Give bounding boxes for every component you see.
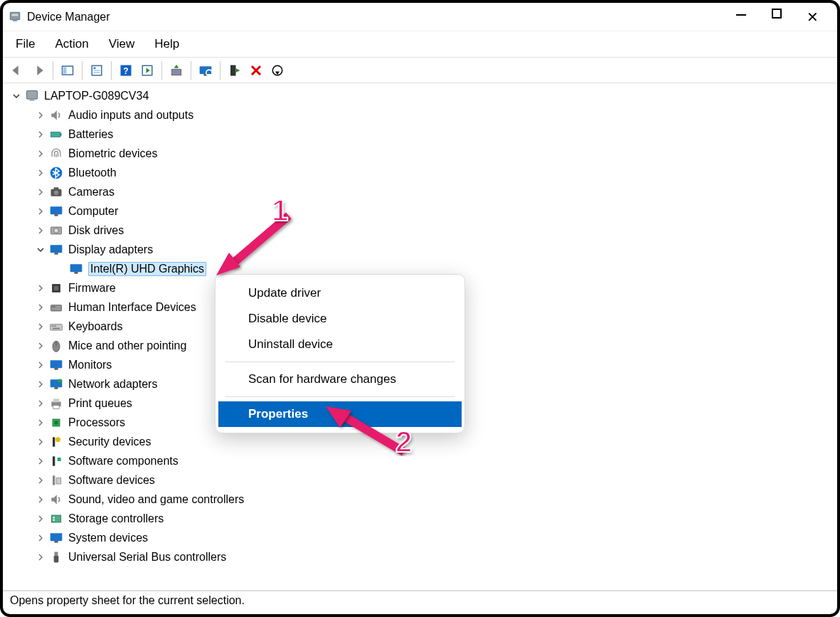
back-button[interactable] (7, 61, 27, 80)
scan-hardware-button[interactable] (196, 61, 216, 80)
svg-rect-33 (75, 272, 78, 274)
svg-rect-30 (50, 245, 63, 253)
svg-rect-16 (230, 65, 236, 75)
chevron-right-icon[interactable] (34, 186, 47, 199)
tree-item-audio[interactable]: Audio inputs and outputs (3, 105, 837, 125)
chevron-right-icon[interactable] (34, 378, 47, 391)
forward-button[interactable] (28, 61, 48, 80)
tree-item-swcomp[interactable]: Software components (3, 451, 837, 470)
update-driver-button[interactable] (166, 61, 186, 80)
minimize-button[interactable] (733, 9, 749, 26)
help-button[interactable]: ? (116, 61, 136, 80)
maximize-button[interactable] (769, 9, 785, 26)
svg-point-24 (54, 190, 59, 195)
disable-device-button[interactable] (267, 61, 287, 80)
svg-rect-43 (53, 327, 60, 329)
chevron-right-icon[interactable] (34, 109, 47, 122)
tree-item-cameras[interactable]: Cameras (3, 182, 837, 201)
tree-item-biometric[interactable]: Biometric devices (3, 144, 837, 163)
tree-item-sound[interactable]: Sound, video and game controllers (3, 490, 837, 509)
close-button[interactable]: ✕ (804, 9, 820, 26)
chevron-right-icon[interactable] (34, 167, 47, 179)
ctx-disable-device[interactable]: Disable device (220, 306, 460, 332)
chevron-right-icon[interactable] (34, 512, 47, 525)
chevron-right-icon[interactable] (34, 339, 47, 352)
tree-item-bluetooth[interactable]: Bluetooth (3, 163, 837, 182)
svg-rect-60 (56, 478, 61, 483)
ctx-properties[interactable]: Properties (218, 401, 462, 427)
svg-rect-37 (52, 306, 53, 307)
status-bar: Opens property sheet for the current sel… (3, 591, 837, 612)
svg-rect-52 (53, 399, 59, 402)
tree-item-storage[interactable]: Storage controllers (3, 509, 837, 528)
chevron-right-icon[interactable] (34, 301, 47, 314)
svg-rect-31 (55, 253, 58, 255)
chevron-right-icon[interactable] (34, 455, 47, 468)
camera-icon (48, 184, 64, 200)
chevron-right-icon[interactable] (34, 474, 47, 487)
tree-item-system[interactable]: System devices (3, 528, 837, 547)
ctx-scan-hardware[interactable]: Scan for hardware changes (220, 366, 460, 392)
svg-point-62 (53, 517, 55, 519)
system-device-icon (48, 530, 64, 546)
show-hide-tree-button[interactable] (58, 61, 78, 80)
tree-root-computer[interactable]: LAPTOP-G089CV34 (3, 86, 837, 105)
chevron-right-icon[interactable] (34, 436, 47, 448)
chevron-right-icon[interactable] (34, 359, 47, 371)
ctx-uninstall-device[interactable]: Uninstall device (220, 332, 460, 357)
computer-icon (24, 88, 40, 104)
chevron-right-icon[interactable] (34, 551, 47, 564)
enable-device-button[interactable] (225, 61, 245, 80)
svg-rect-49 (55, 387, 58, 389)
ctx-update-driver[interactable]: Update driver (220, 280, 460, 306)
svg-rect-19 (30, 99, 35, 101)
keyboard-icon (48, 319, 64, 334)
usb-icon (48, 549, 64, 565)
tree-item-security[interactable]: Security devices (3, 432, 837, 451)
window-title: Device Manager (27, 11, 110, 23)
monitor-icon (48, 357, 64, 373)
chevron-right-icon[interactable] (34, 224, 47, 237)
chevron-right-icon[interactable] (34, 320, 47, 333)
app-icon (9, 11, 21, 23)
menu-view[interactable]: View (100, 34, 144, 54)
device-tree[interactable]: LAPTOP-G089CV34 Audio inputs and outputs… (3, 83, 837, 591)
menu-file[interactable]: File (7, 34, 43, 54)
chevron-right-icon[interactable] (34, 128, 47, 141)
svg-rect-67 (54, 555, 59, 562)
menu-help[interactable]: Help (146, 34, 188, 54)
svg-rect-41 (53, 325, 55, 327)
chevron-right-icon[interactable] (34, 493, 47, 506)
fingerprint-icon (48, 146, 64, 162)
chevron-right-icon[interactable] (34, 205, 47, 218)
chevron-right-icon[interactable] (34, 397, 47, 410)
tree-root-label: LAPTOP-G089CV34 (44, 90, 149, 102)
tree-item-usb[interactable]: Universal Serial Bus controllers (3, 547, 837, 566)
tree-item-display[interactable]: Display adapters (3, 240, 837, 259)
chevron-down-icon[interactable] (10, 90, 23, 102)
tree-item-swdev[interactable]: Software devices (3, 470, 837, 490)
svg-point-50 (58, 379, 62, 382)
tree-item-computer[interactable]: Computer (3, 201, 837, 221)
selected-device-label: Intel(R) UHD Graphics (88, 262, 206, 276)
svg-text:?: ? (123, 65, 128, 75)
context-menu-separator (225, 362, 454, 362)
tree-item-batteries[interactable]: Batteries (3, 125, 837, 144)
menu-action[interactable]: Action (46, 34, 97, 54)
chevron-right-icon[interactable] (34, 147, 47, 160)
chevron-down-icon[interactable] (34, 243, 47, 256)
uninstall-device-button[interactable] (246, 61, 266, 80)
tree-item-disk[interactable]: Disk drives (3, 221, 837, 240)
menu-bar: File Action View Help (3, 31, 837, 58)
chevron-right-icon[interactable] (34, 416, 47, 429)
network-icon (48, 376, 64, 392)
properties-button[interactable] (87, 61, 107, 80)
svg-rect-8 (94, 72, 100, 73)
software-component-icon (48, 453, 64, 469)
chevron-right-icon[interactable] (34, 282, 47, 295)
svg-rect-35 (54, 285, 59, 290)
svg-point-29 (54, 228, 59, 233)
action-button[interactable] (137, 61, 157, 80)
mouse-icon (48, 338, 64, 354)
chevron-right-icon[interactable] (34, 532, 47, 544)
